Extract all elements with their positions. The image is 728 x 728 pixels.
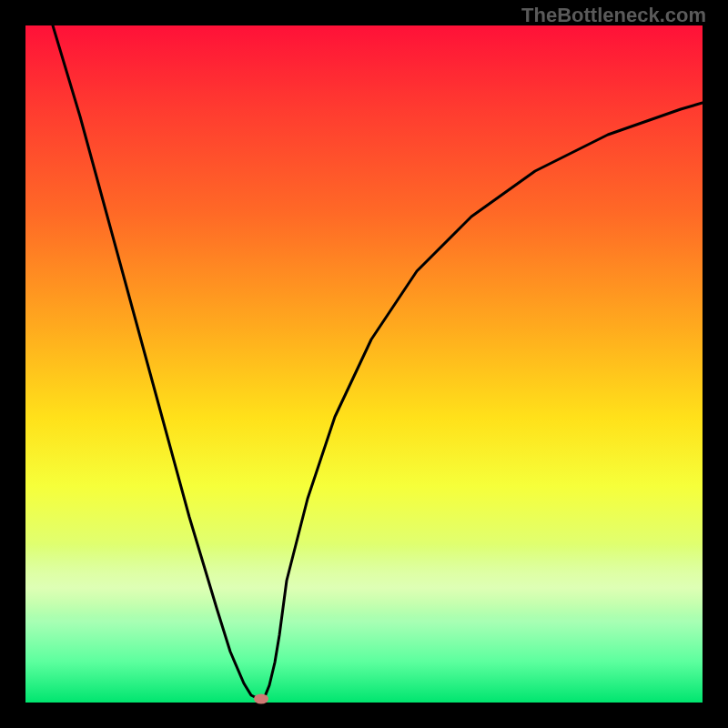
bottleneck-curve xyxy=(25,25,703,703)
plot-area xyxy=(25,25,703,703)
chart-frame: TheBottleneck.com xyxy=(0,0,728,728)
minimum-marker xyxy=(254,694,268,704)
watermark-text: TheBottleneck.com xyxy=(521,4,706,27)
